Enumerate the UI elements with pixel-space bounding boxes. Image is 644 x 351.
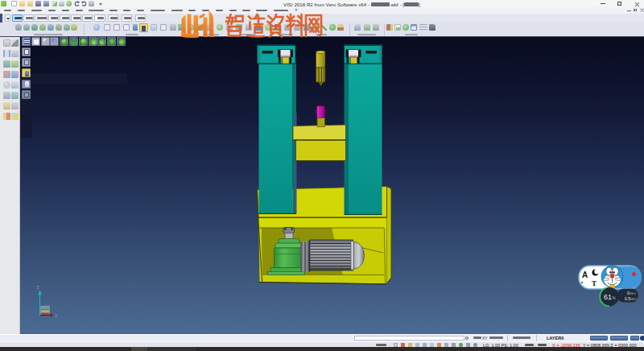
svg-text:61: 61 xyxy=(604,293,612,301)
svg-text:A: A xyxy=(582,270,588,279)
svg-text:%: % xyxy=(613,296,616,300)
svg-text:T: T xyxy=(592,279,597,287)
